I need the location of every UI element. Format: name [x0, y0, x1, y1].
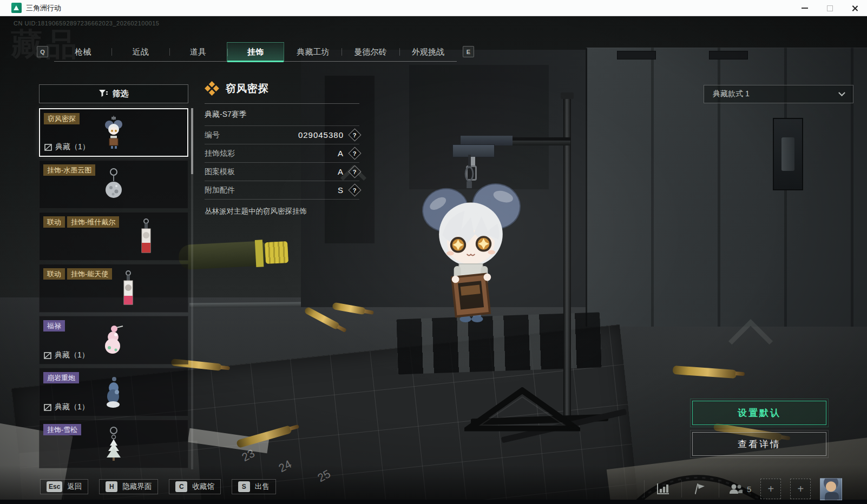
- help-icon[interactable]: ?: [348, 165, 361, 178]
- tab-collection-workshop[interactable]: 典藏工坊: [284, 42, 341, 62]
- window-titlebar: 三角洲行动: [0, 0, 867, 16]
- filter-button[interactable]: 筛选: [39, 84, 188, 103]
- flag-icon: [695, 483, 706, 495]
- set-default-button[interactable]: 设置默认: [692, 401, 826, 425]
- row-value: A: [338, 167, 344, 176]
- hide-ui-shortcut[interactable]: H 隐藏界面: [99, 479, 158, 494]
- minimize-button[interactable]: [792, 0, 817, 16]
- style-dropdown-value: 典藏款式 1: [713, 89, 750, 99]
- item-name-badge: 挂饰-能天使: [67, 268, 112, 280]
- squad-button[interactable]: 5: [728, 483, 751, 494]
- close-button[interactable]: [842, 0, 867, 16]
- hud-icon-cluster: 5 + +: [644, 477, 842, 501]
- item-name-badge: 挂饰-雪松: [43, 424, 81, 435]
- season-label: 典藏-S7赛季: [205, 104, 359, 126]
- collection-count: 典藏（1）: [55, 350, 89, 360]
- list-item-charm[interactable]: 联动挂饰-能天使: [39, 264, 188, 313]
- item-thumbnail: [102, 116, 125, 149]
- minimize-icon: [802, 8, 808, 9]
- list-item-charm[interactable]: 挂饰-水墨云图: [39, 160, 188, 209]
- list-item-charm[interactable]: 崩岩重炮 典藏（1）: [39, 368, 188, 416]
- help-icon[interactable]: ?: [348, 147, 361, 160]
- esc-keycap: Esc: [47, 481, 62, 492]
- window-title: 三角洲行动: [26, 3, 61, 13]
- charm-list: 窃风密探 典藏（1） 挂饰-水墨云图 联动挂饰-维什戴尔 联动挂饰-能天使: [39, 108, 188, 468]
- empty-slot-button[interactable]: +: [790, 479, 811, 499]
- collection-count: 典藏（1）: [55, 142, 90, 152]
- item-name-badge: 挂饰-维什戴尔: [67, 216, 119, 228]
- list-item-charm[interactable]: 挂饰-雪松: [39, 420, 188, 468]
- category-tabs: 枪械 近战 道具 挂饰 典藏工坊 曼德尔砖 外观挑战: [54, 42, 457, 62]
- item-name-badge: 崩岩重炮: [43, 372, 79, 383]
- row-value: A: [338, 149, 344, 158]
- charm-detail-panel: 窃风密探 典藏-S7赛季 编号 029045380 ? 挂饰炫彩 A ? 图案模…: [205, 81, 359, 216]
- h-keycap: H: [106, 481, 117, 492]
- c-keycap: C: [175, 481, 187, 492]
- charm-rarity-icon: [205, 81, 219, 96]
- back-shortcut[interactable]: Esc 返回: [40, 479, 88, 494]
- item-name-badge: 福禄: [43, 320, 65, 331]
- tab-appearance-challenge[interactable]: 外观挑战: [399, 42, 457, 62]
- item-thumbnail: [139, 218, 153, 255]
- collection-hall-shortcut[interactable]: C 收藏馆: [169, 479, 221, 494]
- prev-tab-key[interactable]: Q: [37, 46, 48, 57]
- player-avatar[interactable]: [820, 478, 842, 500]
- row-label: 附加配件: [205, 185, 338, 195]
- row-label: 挂饰炫彩: [205, 149, 338, 158]
- list-scrollbar: [191, 108, 193, 469]
- close-icon: [851, 5, 858, 12]
- plus-icon: +: [768, 483, 774, 495]
- help-icon[interactable]: ?: [348, 183, 361, 196]
- tab-items[interactable]: 道具: [169, 42, 227, 62]
- tab-mandel-brick[interactable]: 曼德尔砖: [341, 42, 399, 62]
- item-name-badge: 挂饰-水墨云图: [43, 164, 95, 176]
- view-details-button[interactable]: 查看详情: [692, 432, 826, 456]
- item-thumbnail: [101, 324, 126, 356]
- report-button[interactable]: [691, 480, 710, 498]
- plus-icon: +: [798, 483, 804, 495]
- collection-icon: [44, 404, 51, 411]
- tab-melee[interactable]: 近战: [111, 42, 169, 62]
- maximize-button[interactable]: [817, 0, 842, 16]
- style-dropdown[interactable]: 典藏款式 1: [704, 85, 853, 103]
- app-logo-icon: [11, 3, 22, 13]
- item-thumbnail: [103, 376, 124, 408]
- squad-count: 5: [747, 485, 751, 494]
- list-item-charm[interactable]: 福禄 典藏（1）: [39, 316, 188, 364]
- sell-shortcut[interactable]: S 出售: [232, 479, 276, 494]
- maximize-icon: [827, 5, 833, 11]
- chevron-down-icon: [838, 89, 845, 96]
- list-item-charm[interactable]: 联动挂饰-维什戴尔: [39, 212, 188, 261]
- item-name-badge: 窃风密探: [44, 113, 80, 124]
- help-icon[interactable]: ?: [348, 128, 361, 141]
- collection-count: 典藏（1）: [55, 402, 89, 412]
- uid-text: CN UID:181906592897236662023_20260210001…: [14, 20, 159, 26]
- collection-icon: [44, 144, 52, 151]
- charm-title: 窃风密探: [226, 82, 269, 96]
- stats-button[interactable]: [654, 480, 672, 498]
- charm-description: 丛林派对主题中的窃风密探挂饰: [205, 200, 359, 216]
- empty-slot-button[interactable]: +: [760, 479, 781, 499]
- list-item-charm[interactable]: 窃风密探 典藏（1）: [39, 108, 188, 157]
- row-value: 029045380: [298, 130, 344, 140]
- row-value: S: [338, 185, 344, 195]
- item-thumbnail: [103, 167, 124, 202]
- item-thumbnail: [121, 270, 135, 307]
- row-label: 编号: [205, 130, 298, 140]
- people-icon: [728, 483, 744, 494]
- collection-icon: [44, 352, 51, 359]
- item-thumbnail: [103, 426, 124, 462]
- app-window: 三角洲行动 23 24 25: [0, 0, 867, 504]
- tab-charms[interactable]: 挂饰: [227, 42, 284, 62]
- scrollbar-thumb[interactable]: [191, 108, 193, 174]
- shortcut-bar: Esc 返回 H 隐藏界面 C 收藏馆 S 出售: [40, 479, 276, 494]
- linkage-badge: 联动: [43, 216, 65, 228]
- filter-label: 筛选: [113, 89, 129, 99]
- funnel-icon: [99, 90, 108, 98]
- bar-chart-icon: [656, 483, 669, 495]
- tab-guns[interactable]: 枪械: [54, 42, 111, 62]
- linkage-badge: 联动: [43, 268, 65, 280]
- s-keycap: S: [238, 481, 250, 492]
- next-tab-key[interactable]: E: [463, 46, 474, 57]
- row-label: 图案模板: [205, 167, 338, 177]
